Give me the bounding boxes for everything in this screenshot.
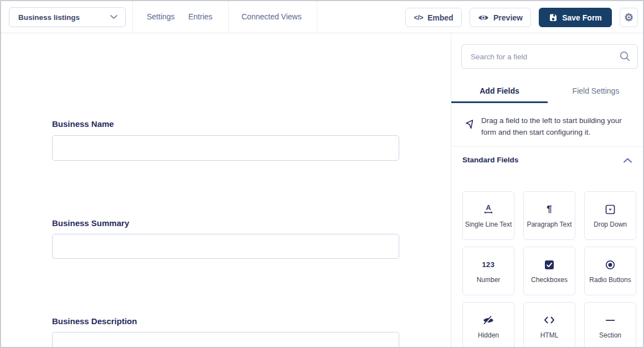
tab-connected-views[interactable]: Connected Views <box>241 1 302 33</box>
standard-fields-grid: A Single Line Text ¶ Paragraph Text <box>462 191 636 348</box>
field-type-paragraph-text[interactable]: ¶ Paragraph Text <box>523 191 575 240</box>
embed-button-label: Embed <box>427 13 454 22</box>
code-icon: </> <box>414 14 423 22</box>
cursor-pointer-icon <box>465 119 475 130</box>
field-input-business-description[interactable] <box>52 332 399 348</box>
field-search <box>461 44 638 69</box>
chevron-up-icon[interactable] <box>624 158 632 163</box>
field-type-section[interactable]: — Section <box>584 302 636 348</box>
svg-text:A: A <box>486 204 491 212</box>
field-type-label: Section <box>599 331 621 339</box>
field-type-drop-down[interactable]: Drop Down <box>584 191 636 240</box>
field-type-checkboxes[interactable]: Checkboxes <box>523 247 575 295</box>
search-icon <box>620 51 630 62</box>
radio-buttons-icon <box>605 259 615 271</box>
field-label-business-description: Business Description <box>52 316 137 326</box>
chevron-down-icon <box>110 15 117 19</box>
active-tab-indicator <box>451 101 548 103</box>
tab-add-fields[interactable]: Add Fields <box>451 81 548 103</box>
tab-settings[interactable]: Settings <box>147 1 175 33</box>
field-type-single-line-text[interactable]: A Single Line Text <box>462 191 514 240</box>
field-input-business-summary[interactable] <box>52 234 399 259</box>
field-type-label: Drop Down <box>594 221 627 228</box>
field-type-hidden[interactable]: Hidden <box>462 302 514 348</box>
preview-button-label: Preview <box>493 13 523 22</box>
topbar-divider <box>132 1 133 33</box>
drag-hint-text: Drag a field to the left to start buildi… <box>481 115 631 138</box>
fields-sidebar: Add Fields Field Settings Drag a field t… <box>451 33 644 348</box>
field-type-radio-buttons[interactable]: Radio Buttons <box>584 247 636 295</box>
gear-icon: ⚙ <box>624 12 633 23</box>
paragraph-text-icon: ¶ <box>547 203 552 216</box>
preview-button[interactable]: Preview <box>470 8 531 27</box>
html-icon <box>544 314 555 326</box>
hidden-icon <box>483 314 494 326</box>
eye-icon <box>478 14 489 22</box>
field-input-business-name[interactable] <box>52 135 399 161</box>
form-builder-app: Business listings Settings Entries Conne… <box>0 0 644 348</box>
field-type-label: Paragraph Text <box>527 221 571 228</box>
field-type-label: Single Line Text <box>465 221 512 228</box>
embed-button[interactable]: </> Embed <box>405 8 462 27</box>
sidebar-tabs: Add Fields Field Settings <box>451 81 644 103</box>
number-icon: 123 <box>482 259 494 271</box>
topbar-divider <box>228 1 229 33</box>
section-icon: — <box>606 314 615 326</box>
save-disk-icon <box>549 13 558 22</box>
tab-entries[interactable]: Entries <box>188 1 213 33</box>
sidebar-divider <box>451 146 644 147</box>
field-label-business-summary: Business Summary <box>52 218 129 228</box>
field-type-label: Hidden <box>478 331 499 339</box>
single-line-text-icon: A <box>483 203 494 216</box>
field-type-number[interactable]: 123 Number <box>462 247 514 295</box>
field-type-label: HTML <box>540 331 559 339</box>
field-type-label: Number <box>477 276 501 284</box>
checkboxes-icon <box>544 259 554 271</box>
settings-gear-button[interactable]: ⚙ <box>620 8 638 27</box>
drop-down-icon <box>605 203 615 216</box>
tab-field-settings[interactable]: Field Settings <box>548 81 644 103</box>
save-form-button[interactable]: Save Form <box>539 8 612 27</box>
standard-fields-header[interactable]: Standard Fields <box>462 156 518 164</box>
topbar-divider <box>317 1 317 33</box>
form-selector-value: Business listings <box>18 13 110 22</box>
top-bar: Business listings Settings Entries Conne… <box>1 1 643 33</box>
field-type-label: Radio Buttons <box>589 276 631 284</box>
form-canvas: Business Name Business Summary Business … <box>1 33 451 348</box>
search-input[interactable] <box>461 44 638 69</box>
field-label-business-name: Business Name <box>52 119 114 129</box>
field-type-html[interactable]: HTML <box>523 302 575 348</box>
form-selector-dropdown[interactable]: Business listings <box>9 7 126 27</box>
field-type-label: Checkboxes <box>531 276 568 284</box>
save-form-button-label: Save Form <box>562 13 602 22</box>
